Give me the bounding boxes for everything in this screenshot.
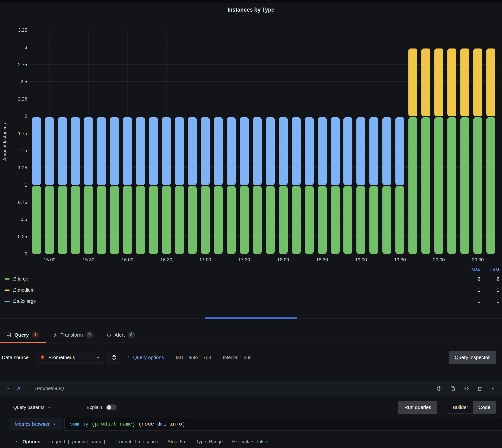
editor-tabs: Query 1 Transform 0 Alert 0 xyxy=(0,327,502,343)
stacked-bar xyxy=(188,117,197,254)
query-toolbar: Query patterns Explain Run queries Build… xyxy=(0,401,502,414)
legend-row[interactable]: t3.medium11 xyxy=(4,285,499,296)
stacked-bar xyxy=(408,48,417,254)
stacked-bar xyxy=(227,117,236,254)
tab-alert-label: Alert xyxy=(115,332,125,338)
datasource-name: Prometheus xyxy=(48,354,93,360)
datasource-label: Data source xyxy=(2,354,29,360)
stacked-bar xyxy=(136,117,145,254)
stacked-bar xyxy=(240,117,249,254)
legend-header: Max Last xyxy=(4,265,499,273)
stacked-bar xyxy=(447,48,456,254)
editor-mode-switch: Builder Code xyxy=(447,401,496,414)
chevron-right-icon[interactable] xyxy=(126,355,131,360)
legend-last-value: 1 xyxy=(483,299,499,304)
stacked-bar xyxy=(369,117,378,254)
stacked-bar xyxy=(331,117,340,254)
stacked-bar xyxy=(305,117,314,254)
query-row-header: A (Prometheus) xyxy=(0,381,502,396)
tab-query[interactable]: Query 1 xyxy=(0,327,46,342)
tab-transform[interactable]: Transform 0 xyxy=(46,327,100,342)
eye-icon[interactable] xyxy=(463,386,469,391)
legend-series-label[interactable]: t3.medium xyxy=(13,288,464,293)
help-icon xyxy=(111,355,117,360)
toggle-knob xyxy=(106,405,111,410)
stacked-bar xyxy=(318,117,327,254)
stacked-bar xyxy=(32,117,41,254)
legend-max-value: 2 xyxy=(464,276,480,282)
stacked-bar xyxy=(279,117,288,254)
stacked-bar xyxy=(58,117,67,254)
stacked-bar xyxy=(396,117,404,254)
chart-legend: Max Last t3.large22t3.medium11t3a.2xlarg… xyxy=(0,265,502,307)
legend-swatch-icon xyxy=(4,289,10,291)
legend-max-value: 1 xyxy=(464,288,480,293)
option-summary-item: Type: Range xyxy=(196,439,223,445)
x-axis-labels: 15:0015:3016:0016:3017:0017:3018:0018:30… xyxy=(30,257,497,264)
promql-input[interactable]: sum by (product_name) (node_dmi_info) xyxy=(64,418,502,431)
legend-row[interactable]: t3.large22 xyxy=(4,273,499,285)
y-axis-labels: 00.250.50.7511.251.51.7522.252.52.7533.2… xyxy=(9,30,27,254)
chevron-down-icon xyxy=(47,405,51,409)
explain-label: Explain xyxy=(87,405,102,410)
stacked-bar xyxy=(201,117,210,254)
legend-last-header[interactable]: Last xyxy=(483,267,499,272)
tab-query-badge: 1 xyxy=(32,331,39,338)
legend-series-label[interactable]: t3a.2xlarge xyxy=(13,299,464,304)
stacked-bar xyxy=(434,48,443,254)
legend-row[interactable]: t3a.2xlarge11 xyxy=(4,296,499,307)
legend-last-value: 2 xyxy=(483,276,499,282)
prometheus-icon xyxy=(40,354,45,360)
option-summary-item: Format: Time series xyxy=(116,439,158,445)
query-options-toggle[interactable]: Query options xyxy=(133,354,164,360)
stacked-bar xyxy=(149,117,158,254)
stacked-bar xyxy=(110,117,119,254)
query-ref-id[interactable]: A xyxy=(17,385,21,391)
options-toggle[interactable]: Options xyxy=(15,439,40,445)
query-patterns-dropdown[interactable]: Query patterns xyxy=(13,405,51,410)
tab-alert-badge: 0 xyxy=(128,331,135,338)
max-datapoints-info: MD = auto = 703 xyxy=(176,355,211,360)
tab-alert[interactable]: Alert 0 xyxy=(100,327,142,342)
datasource-help-button[interactable] xyxy=(107,351,120,364)
stacked-bar xyxy=(71,117,80,254)
datasource-bar: Data source Prometheus Query options MD … xyxy=(0,350,502,365)
stacked-bar xyxy=(214,117,223,254)
stacked-bar xyxy=(175,117,184,254)
collapse-chevron-icon[interactable] xyxy=(6,386,10,390)
stacked-bar xyxy=(97,117,106,254)
y-axis-title: Amount Instances xyxy=(2,123,8,161)
trash-icon[interactable] xyxy=(477,386,482,391)
stacked-bar xyxy=(343,117,352,254)
plot-area[interactable] xyxy=(30,30,497,254)
legend-last-value: 1 xyxy=(483,288,499,293)
interval-info: Interval = 30s xyxy=(223,355,251,360)
builder-mode-option[interactable]: Builder xyxy=(447,401,473,414)
help-icon[interactable] xyxy=(437,386,442,391)
stacked-bar xyxy=(253,117,262,254)
promql-code: sum by (product_name) (node_dmi_info) xyxy=(70,421,185,427)
stacked-bar xyxy=(460,48,469,254)
drag-handle-icon[interactable] xyxy=(490,386,496,391)
stacked-bar xyxy=(356,117,365,254)
explain-toggle[interactable] xyxy=(106,404,117,410)
database-icon xyxy=(6,332,11,337)
option-summary-item: Legend: {{ product_name }} xyxy=(49,439,107,445)
options-label: Options xyxy=(22,439,40,445)
query-inspector-button[interactable]: Query inspector xyxy=(449,351,496,364)
panel-resize-handle[interactable] xyxy=(205,318,297,319)
code-mode-option[interactable]: Code xyxy=(473,401,496,414)
legend-max-header[interactable]: Max xyxy=(464,267,480,272)
legend-swatch-icon xyxy=(4,278,10,280)
tab-query-label: Query xyxy=(15,332,29,338)
run-queries-button[interactable]: Run queries xyxy=(398,401,437,414)
panel-title: Instances by Type xyxy=(0,7,502,13)
legend-swatch-icon xyxy=(4,301,10,302)
metrics-browser-button[interactable]: Metrics browser xyxy=(9,418,62,431)
stacked-bar xyxy=(421,48,430,254)
datasource-select[interactable]: Prometheus xyxy=(36,351,104,364)
legend-series-label[interactable]: t3.large xyxy=(13,276,464,282)
query-patterns-label: Query patterns xyxy=(13,405,45,410)
code-editor-row: Metrics browser sum by (product_name) (n… xyxy=(0,417,502,431)
duplicate-icon[interactable] xyxy=(450,386,456,391)
